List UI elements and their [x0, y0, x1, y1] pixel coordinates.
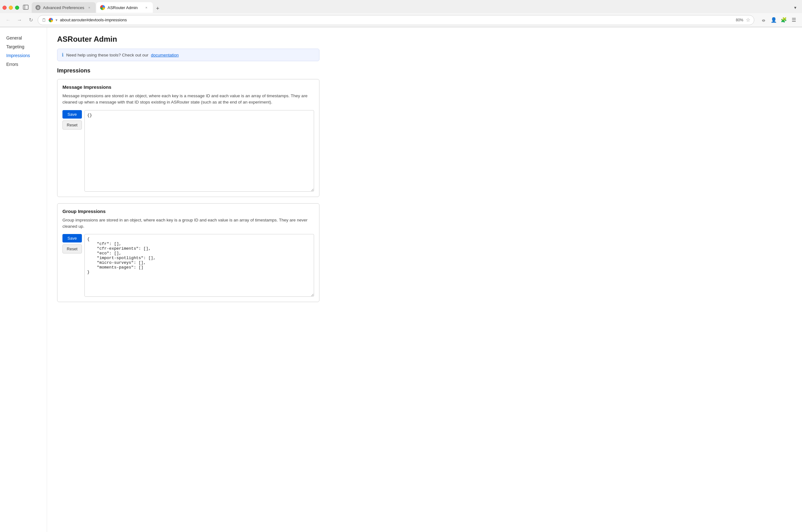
- info-banner: ℹ Need help using these tools? Check out…: [57, 49, 319, 61]
- tab-asrouter-admin[interactable]: ASRouter Admin ×: [96, 2, 153, 13]
- globe-tab-icon: [100, 5, 105, 10]
- main-content: ASRouter Admin ℹ Need help using these t…: [47, 27, 330, 532]
- message-impressions-buttons: Save Reset: [62, 110, 82, 130]
- browser-chrome: ⚙ Advanced Preferences × ASRouter Admin …: [0, 0, 802, 27]
- group-impressions-description: Group impressions are stored in an objec…: [62, 217, 314, 230]
- window-controls: [2, 6, 19, 10]
- tab-label-active: ASRouter Admin: [108, 5, 142, 10]
- sidebar-item-general-label: General: [6, 35, 22, 40]
- extensions-btn[interactable]: 🧩: [779, 16, 788, 24]
- group-impressions-card: Group Impressions Group impressions are …: [57, 203, 319, 302]
- profile-btn[interactable]: 👤: [769, 16, 778, 24]
- sidebar-item-impressions[interactable]: Impressions: [0, 51, 47, 60]
- group-impressions-buttons: Save Reset: [62, 234, 82, 253]
- reload-btn[interactable]: ↻: [26, 16, 35, 24]
- sidebar: General Targeting Impressions Errors: [0, 27, 47, 532]
- sidebar-item-errors-label: Errors: [6, 62, 18, 67]
- message-impressions-card: Message Impressions Message impressions …: [57, 79, 319, 197]
- sidebar-item-general[interactable]: General: [0, 34, 47, 42]
- sidebar-item-targeting-label: Targeting: [6, 44, 24, 49]
- forward-btn[interactable]: →: [15, 16, 24, 24]
- group-impressions-reset-btn[interactable]: Reset: [62, 244, 82, 253]
- sidebar-item-errors[interactable]: Errors: [0, 60, 47, 69]
- tab-overflow-btn[interactable]: ▾: [791, 3, 800, 12]
- zoom-level: 80%: [736, 18, 743, 22]
- page-layout: General Targeting Impressions Errors ASR…: [0, 27, 802, 532]
- group-impressions-editor-row: Save Reset { "cfr": [], "cfr-experiments…: [62, 234, 314, 297]
- pocket-btn[interactable]: 🜰: [759, 16, 768, 24]
- sidebar-item-impressions-label: Impressions: [6, 53, 30, 58]
- message-impressions-editor[interactable]: {}: [85, 110, 314, 192]
- bookmark-btn[interactable]: ☆: [746, 17, 750, 23]
- google-icon: [49, 18, 53, 22]
- maximize-window-btn[interactable]: [15, 6, 19, 10]
- dropdown-arrow[interactable]: ▾: [56, 18, 57, 22]
- group-impressions-editor[interactable]: { "cfr": [], "cfr-experiments": [], "eco…: [85, 234, 314, 297]
- section-title: Impressions: [57, 68, 319, 74]
- page-icon: 🗒: [42, 18, 46, 23]
- group-impressions-save-btn[interactable]: Save: [62, 234, 82, 243]
- page-title: ASRouter Admin: [57, 35, 319, 44]
- tab-label: Advanced Preferences: [43, 5, 85, 10]
- browser-toolbar: ← → ↻ 🗒 ▾ about:asrouter#devtools-impres…: [0, 13, 802, 27]
- info-banner-text: Need help using these tools? Check out o…: [66, 53, 148, 57]
- tab-close-btn[interactable]: ×: [87, 5, 92, 10]
- group-impressions-title: Group Impressions: [62, 209, 314, 214]
- sidebar-toggle-btn[interactable]: [23, 4, 29, 11]
- close-window-btn[interactable]: [2, 6, 6, 10]
- message-impressions-save-btn[interactable]: Save: [62, 110, 82, 118]
- address-bar[interactable]: 🗒 ▾ about:asrouter#devtools-impressions …: [38, 15, 754, 25]
- documentation-link[interactable]: documentation: [151, 53, 179, 57]
- message-impressions-title: Message Impressions: [62, 84, 314, 90]
- tab-advanced-preferences[interactable]: ⚙ Advanced Preferences ×: [32, 2, 96, 13]
- message-impressions-reset-btn[interactable]: Reset: [62, 120, 82, 130]
- menu-btn[interactable]: ☰: [789, 16, 798, 24]
- tabs-container: ⚙ Advanced Preferences × ASRouter Admin …: [32, 2, 791, 13]
- svg-rect-0: [23, 5, 28, 10]
- tab-close-active-btn[interactable]: ×: [144, 5, 149, 10]
- message-impressions-editor-row: Save Reset {}: [62, 110, 314, 192]
- sidebar-item-targeting[interactable]: Targeting: [0, 42, 47, 51]
- message-impressions-description: Message impressions are stored in an obj…: [62, 93, 314, 106]
- url-text[interactable]: about:asrouter#devtools-impressions: [60, 18, 731, 22]
- minimize-window-btn[interactable]: [9, 6, 13, 10]
- toolbar-icons: 🜰 👤 🧩 ☰: [759, 16, 798, 24]
- settings-tab-icon: ⚙: [35, 5, 40, 10]
- info-icon: ℹ: [62, 52, 64, 58]
- back-btn[interactable]: ←: [4, 16, 13, 24]
- tab-bar: ⚙ Advanced Preferences × ASRouter Admin …: [0, 0, 802, 13]
- new-tab-btn[interactable]: +: [153, 4, 162, 13]
